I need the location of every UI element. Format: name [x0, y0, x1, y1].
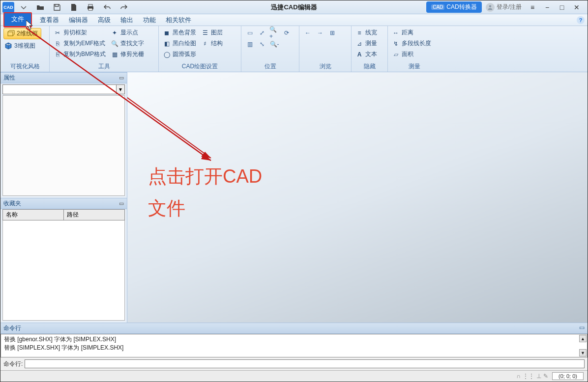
polyline-len-button[interactable]: ↯多段线长度 — [391, 39, 432, 48]
properties-title: 属性 — [3, 74, 15, 82]
properties-panel-header[interactable]: 属性 ▭ — [0, 72, 127, 83]
ribbon-group-cadsetting: ◼黑色背景 ◧黑白绘图 ◯圆滑弧形 ☰图层 ♯结构 CAD绘图设置 — [159, 26, 241, 72]
status-icon-2[interactable]: ⋮⋮ — [523, 373, 534, 380]
save-icon[interactable] — [50, 2, 64, 13]
new-window-icon[interactable]: ⊞ — [327, 28, 338, 38]
show-point-button[interactable]: ✦显示点 — [110, 28, 145, 37]
help-icon[interactable]: ? — [577, 16, 585, 24]
measure-hide-button[interactable]: ⊿测量 — [354, 39, 378, 48]
open-icon[interactable] — [33, 2, 48, 13]
view-3d-button[interactable]: 3维视图 — [3, 41, 36, 51]
login-button[interactable]: 登录/注册 — [486, 3, 522, 12]
copy-bmp-icon: ⎘ — [54, 51, 61, 58]
window-controls: ≡ − □ ✕ — [526, 2, 584, 12]
copy-emf-label: 复制为EMF格式 — [63, 39, 105, 48]
search-icon: 🔍 — [111, 40, 118, 48]
struct-label: 结构 — [211, 39, 223, 48]
command-log[interactable]: 替换 [gbenor.SHX] 字体为 [SIMPLEX.SHX] 替换 [SI… — [0, 334, 588, 357]
layers-button[interactable]: ☰图层 — [200, 28, 224, 37]
app-icon[interactable]: CAD — [2, 2, 14, 13]
group-label-tools: 工具 — [53, 61, 155, 71]
scroll-down-icon[interactable]: ▼ — [579, 349, 587, 356]
menu-file[interactable]: 文件 — [3, 12, 32, 27]
command-prompt-label: 命令行: — [3, 360, 23, 368]
dropdown-icon[interactable]: ▾ — [116, 85, 124, 94]
bw-draw-button[interactable]: ◧黑白绘图 — [162, 39, 197, 48]
menu-output[interactable]: 输出 — [116, 14, 138, 27]
status-icon-1[interactable]: ∩ — [516, 373, 521, 380]
ribbon: 2维线框 3维视图 可视化风格 ✂剪切框架 ⎘复制为EMF格式 ⎘复制为BMP格… — [0, 26, 588, 72]
position-icon-6[interactable]: ⤡ — [257, 39, 267, 49]
favorites-title: 收藏夹 — [3, 199, 21, 208]
menu-viewer[interactable]: 查看器 — [35, 14, 64, 27]
menu-button[interactable]: ≡ — [526, 2, 539, 12]
trim-raster-label: 修剪光栅 — [120, 50, 144, 58]
smooth-arc-button[interactable]: ◯圆滑弧形 — [162, 50, 197, 59]
copy-emf-button[interactable]: ⎘复制为EMF格式 — [53, 39, 107, 48]
svg-rect-4 — [8, 32, 13, 36]
canvas[interactable]: 点击打开CAD 文件 — [127, 72, 588, 323]
menu-advanced[interactable]: 高级 — [93, 14, 116, 27]
find-text-button[interactable]: 🔍查找文字 — [110, 39, 145, 48]
wireframe-2d-button[interactable]: 2维线框 — [3, 28, 41, 39]
properties-combo[interactable]: ▾ — [2, 84, 125, 94]
position-icon-4[interactable]: ⟳ — [281, 28, 292, 38]
position-icon-5[interactable]: ▥ — [244, 39, 255, 49]
layers-icon: ☰ — [201, 29, 209, 37]
title-bar: CAD 迅捷CAD编辑器 CAD CAD转换器 登录/注册 ≡ − □ ✕ — [0, 0, 588, 14]
group-label-position: 位置 — [244, 61, 296, 71]
close-button[interactable]: ✕ — [570, 2, 584, 12]
minimize-button[interactable]: − — [540, 2, 554, 12]
black-bg-button[interactable]: ◼黑色背景 — [162, 28, 197, 37]
command-input[interactable] — [25, 359, 585, 368]
distance-button[interactable]: ↔距离 — [391, 28, 432, 37]
back-icon[interactable]: ← — [302, 28, 313, 38]
ruler-icon: ⊿ — [355, 40, 363, 48]
show-point-label: 显示点 — [120, 28, 138, 37]
down-icon[interactable] — [16, 2, 31, 13]
cad-converter-button[interactable]: CAD CAD转换器 — [426, 1, 481, 13]
favorites-col-name[interactable]: 名称 — [3, 210, 64, 220]
svg-line-5 — [127, 72, 211, 158]
scroll-up-icon[interactable]: ▲ — [579, 335, 587, 342]
menu-related[interactable]: 相关软件 — [161, 14, 196, 27]
menu-editor[interactable]: 编辑器 — [64, 14, 93, 27]
redo-icon[interactable] — [117, 2, 131, 13]
forward-icon[interactable]: → — [315, 28, 325, 38]
struct-button[interactable]: ♯结构 — [200, 39, 224, 48]
status-icon-3[interactable]: ⊥ — [536, 373, 541, 380]
position-icon-1[interactable]: ▭ — [244, 28, 255, 38]
commandline-title: 命令行 — [3, 324, 21, 332]
text-hide-button[interactable]: A文本 — [354, 50, 378, 59]
commandline-pin-icon[interactable]: ▭ — [579, 324, 585, 332]
measure-hide-label: 测量 — [365, 39, 377, 48]
status-icon-4[interactable]: ✎ — [543, 373, 548, 380]
menu-function[interactable]: 功能 — [138, 14, 161, 27]
position-icon-2[interactable]: ⤢ — [257, 28, 267, 38]
line-width-button[interactable]: ≡线宽 — [354, 28, 378, 37]
status-bar: ∩ ⋮⋮ ⊥ ✎ (0; 0; 0) — [0, 370, 588, 381]
area-button[interactable]: ▱面积 — [391, 50, 432, 59]
svg-point-3 — [489, 5, 491, 7]
favorites-col-path[interactable]: 路径 — [64, 210, 124, 220]
trim-raster-button[interactable]: ▦修剪光栅 — [110, 50, 145, 59]
maximize-button[interactable]: □ — [555, 2, 569, 12]
svg-rect-1 — [88, 4, 92, 6]
annotation-text-line2: 文件 — [148, 192, 262, 224]
favorites-pin-icon[interactable]: ▭ — [119, 200, 124, 207]
commandline-header[interactable]: 命令行 ▭ — [0, 323, 588, 334]
position-icon-3[interactable]: 🔍+ — [269, 28, 280, 38]
ribbon-group-measure: ↔距离 ↯多段线长度 ▱面积 测量 — [388, 26, 441, 72]
copy-bmp-button[interactable]: ⎘复制为BMP格式 — [53, 50, 107, 59]
linewidth-icon: ≡ — [355, 29, 363, 37]
undo-icon[interactable] — [100, 2, 115, 13]
command-input-row: 命令行: — [0, 357, 588, 370]
arc-icon: ◯ — [163, 51, 171, 58]
document-icon[interactable] — [66, 2, 81, 13]
print-icon[interactable] — [83, 2, 98, 13]
favorites-panel-header[interactable]: 收藏夹 ▭ — [0, 198, 127, 209]
position-icon-7[interactable]: 🔍- — [269, 39, 280, 49]
crop-frame-button[interactable]: ✂剪切框架 — [53, 28, 107, 37]
polyline-icon: ↯ — [392, 40, 400, 48]
properties-pin-icon[interactable]: ▭ — [119, 75, 124, 81]
